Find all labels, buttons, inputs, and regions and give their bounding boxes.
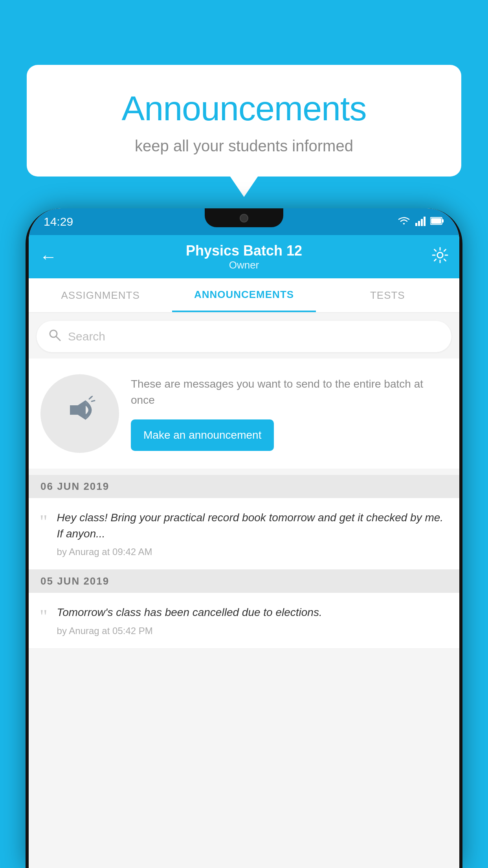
megaphone-circle xyxy=(40,374,119,453)
tab-tests[interactable]: TESTS xyxy=(316,278,459,312)
megaphone-icon xyxy=(60,390,99,437)
bubble-subtitle: keep all your students informed xyxy=(42,137,446,155)
status-time: 14:29 xyxy=(44,215,73,228)
quote-icon-2: " xyxy=(40,607,48,626)
settings-button[interactable] xyxy=(432,247,448,267)
header-subtitle: Owner xyxy=(186,259,302,271)
date-separator-2: 05 JUN 2019 xyxy=(29,570,459,593)
make-announcement-button[interactable]: Make an announcement xyxy=(131,419,274,451)
signal-icon xyxy=(415,216,426,228)
date-separator-1: 06 JUN 2019 xyxy=(29,475,459,498)
svg-point-0 xyxy=(403,223,405,224)
header-center: Physics Batch 12 Owner xyxy=(186,243,302,271)
svg-line-13 xyxy=(90,396,92,398)
svg-rect-2 xyxy=(418,221,420,226)
announcement-item-2[interactable]: " Tomorrow's class has been cancelled du… xyxy=(29,593,459,649)
svg-rect-6 xyxy=(442,219,444,223)
announcement-content-1: Hey class! Bring your practical record b… xyxy=(57,510,448,557)
tab-announcements[interactable]: ANNOUNCEMENTS xyxy=(172,278,316,312)
empty-state: These are messages you want to send to t… xyxy=(29,359,459,469)
bubble-title: Announcements xyxy=(42,88,446,129)
back-button[interactable]: ← xyxy=(40,247,57,267)
quote-icon-1: " xyxy=(40,512,48,531)
tabs-bar: ASSIGNMENTS ANNOUNCEMENTS TESTS xyxy=(29,278,459,313)
svg-line-10 xyxy=(56,337,60,340)
battery-icon xyxy=(430,217,444,227)
search-bar[interactable]: Search xyxy=(37,321,451,352)
header-title: Physics Batch 12 xyxy=(186,243,302,259)
svg-rect-7 xyxy=(431,218,441,224)
announcement-item-1[interactable]: " Hey class! Bring your practical record… xyxy=(29,498,459,570)
phone-screen: 14:29 xyxy=(29,208,459,868)
wifi-icon xyxy=(397,216,411,228)
content-area: Search xyxy=(29,313,459,868)
announcement-meta-1: by Anurag at 09:42 AM xyxy=(57,546,448,557)
status-icons xyxy=(397,216,444,228)
announcement-text-1: Hey class! Bring your practical record b… xyxy=(57,510,448,542)
svg-rect-4 xyxy=(424,217,426,226)
empty-state-right: These are messages you want to send to t… xyxy=(131,376,448,451)
svg-line-12 xyxy=(92,401,95,401)
speech-bubble: Announcements keep all your students inf… xyxy=(27,65,461,177)
phone-notch xyxy=(205,208,283,227)
svg-rect-3 xyxy=(421,219,423,226)
empty-state-description: These are messages you want to send to t… xyxy=(131,376,448,408)
announcement-meta-2: by Anurag at 05:42 PM xyxy=(57,625,322,636)
search-icon xyxy=(48,329,61,344)
svg-rect-1 xyxy=(415,223,417,226)
announcement-content-2: Tomorrow's class has been cancelled due … xyxy=(57,605,322,636)
search-placeholder: Search xyxy=(68,330,105,343)
phone-mockup: 14:29 xyxy=(26,208,462,868)
app-header: ← Physics Batch 12 Owner xyxy=(29,235,459,278)
camera-dot xyxy=(240,214,248,223)
announcement-text-2: Tomorrow's class has been cancelled due … xyxy=(57,605,322,621)
svg-point-8 xyxy=(437,252,443,258)
tab-assignments[interactable]: ASSIGNMENTS xyxy=(29,278,172,312)
